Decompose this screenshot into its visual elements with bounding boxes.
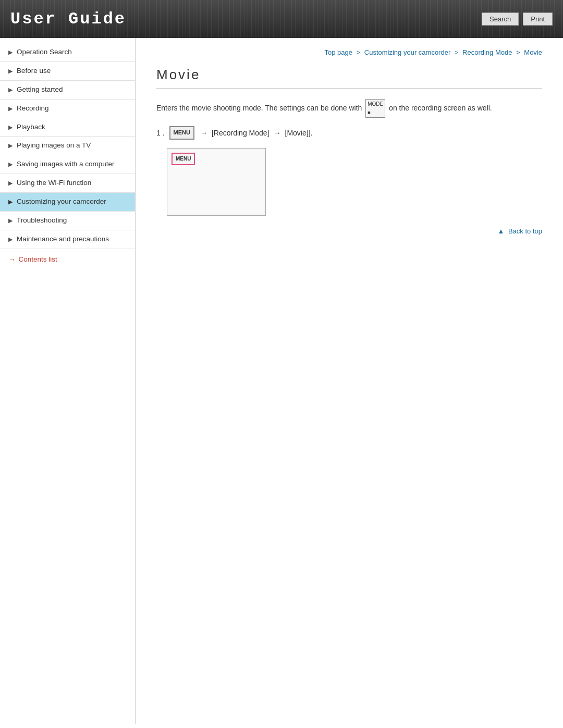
sidebar-item-recording[interactable]: ▶Recording [0, 100, 135, 118]
print-button[interactable]: Print [523, 13, 553, 26]
sidebar-item-label: Troubleshooting [17, 216, 67, 226]
sidebar-item-label: Operation Search [17, 47, 72, 57]
step-movie-text: [Movie]]. [285, 127, 312, 139]
menu-mockup-image: MENU [167, 148, 266, 216]
sidebar-item-label: Playing images on a TV [17, 141, 91, 151]
sidebar-item-maintenance-precautions[interactable]: ▶Maintenance and precautions [0, 230, 135, 249]
app-title: User Guide [10, 9, 126, 29]
sidebar-item-saving-images[interactable]: ▶Saving images with a computer [0, 155, 135, 174]
page-title: Movie [156, 67, 542, 89]
search-button[interactable]: Search [482, 13, 519, 26]
sidebar-arrow-icon: ▶ [8, 142, 13, 150]
contents-list-link[interactable]: → Contents list [0, 249, 135, 269]
step-recording-mode-text: [Recording Mode] [212, 127, 270, 139]
sidebar-item-label: Saving images with a computer [17, 159, 115, 169]
main-container: ▶Operation Search▶Before use▶Getting sta… [0, 38, 563, 724]
sidebar-arrow-icon: ▶ [8, 198, 13, 206]
content-body: Enters the movie shooting mode. The sett… [156, 99, 542, 237]
sidebar-arrow-icon: ▶ [8, 217, 13, 225]
breadcrumb-top-page[interactable]: Top page [324, 48, 352, 56]
breadcrumb: Top page > Customizing your camcorder > … [156, 48, 542, 56]
sidebar-arrow-icon: ▶ [8, 179, 13, 187]
mode-icon: MODE■ [365, 99, 385, 118]
content-area: Top page > Customizing your camcorder > … [136, 38, 563, 724]
intro-suffix: on the recording screen as well. [389, 104, 492, 112]
step-arrow-1: → [200, 127, 207, 139]
sidebar-item-troubleshooting[interactable]: ▶Troubleshooting [0, 212, 135, 230]
step-number: 1 . [156, 127, 165, 139]
intro-paragraph: Enters the movie shooting mode. The sett… [156, 99, 542, 118]
sidebar-item-playing-images-tv[interactable]: ▶Playing images on a TV [0, 137, 135, 155]
header: User Guide Search Print [0, 0, 563, 38]
mode-icon-label: MODE■ [368, 101, 383, 115]
breadcrumb-movie[interactable]: Movie [524, 48, 542, 56]
sidebar-item-label: Customizing your camcorder [17, 197, 106, 207]
sidebar-item-getting-started[interactable]: ▶Getting started [0, 81, 135, 100]
breadcrumb-customizing[interactable]: Customizing your camcorder [364, 48, 450, 56]
sidebar-item-label: Playback [17, 122, 45, 132]
step-arrow-2: → [273, 127, 280, 139]
sidebar-arrow-icon: ▶ [8, 48, 13, 56]
contents-list-arrow-icon: → [8, 255, 16, 263]
sidebar-item-playback[interactable]: ▶Playback [0, 118, 135, 137]
sidebar-arrow-icon: ▶ [8, 236, 13, 243]
sidebar-arrow-icon: ▶ [8, 161, 13, 168]
step-line: 1 . MENU → [Recording Mode] → [Movie]]. [156, 126, 542, 140]
sidebar-item-label: Getting started [17, 85, 63, 95]
sidebar-arrow-icon: ▶ [8, 105, 13, 113]
sidebar-item-before-use[interactable]: ▶Before use [0, 62, 135, 81]
back-to-top-link[interactable]: ▲ Back to top [156, 226, 542, 237]
sidebar: ▶Operation Search▶Before use▶Getting sta… [0, 38, 136, 724]
sidebar-item-operation-search[interactable]: ▶Operation Search [0, 43, 135, 62]
sidebar-arrow-icon: ▶ [8, 67, 13, 75]
menu-btn-mockup: MENU [172, 153, 195, 165]
back-to-top-arrow-icon: ▲ [497, 227, 504, 235]
sidebar-arrow-icon: ▶ [8, 86, 13, 94]
header-buttons: Search Print [482, 13, 553, 26]
sidebar-item-label: Maintenance and precautions [17, 235, 109, 244]
sidebar-arrow-icon: ▶ [8, 124, 13, 131]
breadcrumb-recording-mode[interactable]: Recording Mode [462, 48, 512, 56]
intro-text: Enters the movie shooting mode. The sett… [156, 104, 362, 112]
back-to-top-label: Back to top [508, 227, 542, 235]
sidebar-item-label: Recording [17, 104, 49, 114]
step-menu-button: MENU [169, 126, 194, 140]
breadcrumb-sep-3: > [516, 48, 522, 56]
sidebar-item-wifi-function[interactable]: ▶Using the Wi-Fi function [0, 174, 135, 193]
sidebar-item-customizing-camcorder[interactable]: ▶Customizing your camcorder [0, 193, 135, 212]
sidebar-item-label: Using the Wi-Fi function [17, 178, 91, 188]
sidebar-item-label: Before use [17, 66, 51, 76]
contents-list-label: Contents list [19, 255, 57, 263]
breadcrumb-sep-2: > [455, 48, 460, 56]
breadcrumb-sep-1: > [357, 48, 362, 56]
